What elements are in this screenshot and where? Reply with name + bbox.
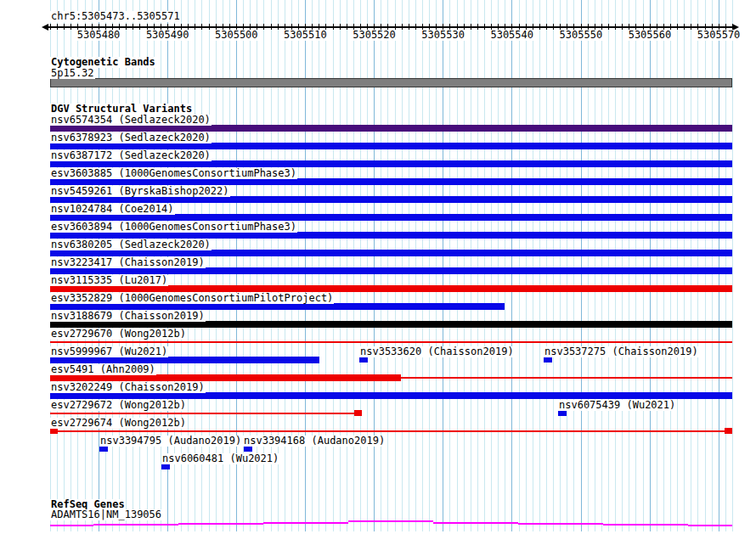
variant-label: esv5491 (Ahn2009) xyxy=(50,364,156,375)
ruler-minor-tick xyxy=(64,24,65,30)
variant-bar[interactable] xyxy=(50,357,319,363)
variant-bar[interactable] xyxy=(50,267,732,274)
variant-label: nsv1024784 (Coe2014) xyxy=(50,204,175,215)
ruler-tick-label: 5305520 xyxy=(352,30,397,41)
gene-intron-segment[interactable] xyxy=(603,524,688,526)
variant-bar[interactable] xyxy=(50,232,732,239)
variant-line[interactable] xyxy=(50,341,732,343)
variant-label: esv3352829 (1000GenomesConsortiumPilotPr… xyxy=(50,293,334,304)
variant-label: nsv3537275 (Chaisson2019) xyxy=(544,346,699,357)
ruler-minor-tick xyxy=(402,24,403,30)
variant-line[interactable] xyxy=(50,413,354,414)
ruler-minor-tick xyxy=(539,24,540,30)
ruler-minor-tick xyxy=(677,24,678,30)
ruler-tick-label: 5305500 xyxy=(214,30,259,41)
variant-box[interactable] xyxy=(725,428,732,434)
ruler-tick-label: 5305570 xyxy=(697,30,742,41)
variant-label: nsv6387172 (Sedlazeck2020) xyxy=(50,150,212,161)
ruler-minor-tick xyxy=(126,24,127,30)
variant-box[interactable] xyxy=(359,357,368,363)
variant-label: nsv3394795 (Audano2019) xyxy=(99,436,242,447)
ruler-minor-tick xyxy=(608,24,609,30)
ruler-tick-label: 5305560 xyxy=(628,30,673,41)
gene-intron-segment[interactable] xyxy=(518,523,603,525)
ruler-minor-tick xyxy=(50,24,51,30)
ruler-tick-label: 5305550 xyxy=(559,30,604,41)
refseq-gene-label: ADAMTS16|NM_139056 xyxy=(50,509,162,520)
ruler-minor-tick xyxy=(546,24,547,30)
cytogenetic-band-bar[interactable] xyxy=(50,78,732,87)
variant-bar[interactable] xyxy=(50,321,732,328)
variant-bar[interactable] xyxy=(50,143,732,149)
variant-label: nsv6075439 (Wu2021) xyxy=(558,400,676,411)
ruler-minor-tick xyxy=(195,24,195,30)
ruler-minor-tick xyxy=(209,24,210,30)
gene-intron-segment[interactable] xyxy=(348,520,433,522)
variant-bar[interactable] xyxy=(50,250,732,256)
variant-bar[interactable] xyxy=(50,125,732,132)
ruler-minor-tick xyxy=(278,24,279,30)
gene-intron-segment[interactable] xyxy=(688,525,732,526)
ruler-minor-tick xyxy=(553,24,554,30)
ruler-tick-label: 5305510 xyxy=(283,30,328,41)
ruler-minor-tick xyxy=(139,24,140,30)
ruler-minor-tick xyxy=(409,24,409,30)
variant-box[interactable] xyxy=(544,357,552,363)
variant-label: nsv3394168 (Audano2019) xyxy=(243,436,386,447)
ruler-minor-tick xyxy=(271,24,272,30)
variant-box[interactable] xyxy=(354,410,362,416)
variant-label: esv2729674 (Wong2012b) xyxy=(50,418,187,429)
variant-box[interactable] xyxy=(99,446,108,452)
ruler-minor-tick xyxy=(133,24,133,30)
ruler-minor-tick xyxy=(477,24,478,30)
variant-label: nsv5459261 (ByrskaBishop2022) xyxy=(50,186,230,197)
variant-box[interactable] xyxy=(50,428,58,434)
variant-bar[interactable] xyxy=(50,374,401,381)
genome-browser-view: chr5:5305473..5305571 530548053054905305… xyxy=(0,0,756,534)
variant-box[interactable] xyxy=(244,446,252,452)
variant-label: nsv3533620 (Chaisson2019) xyxy=(359,346,515,357)
variant-label: nsv3115335 (Lu2017) xyxy=(50,275,168,286)
variant-box[interactable] xyxy=(161,464,170,469)
gene-intron-segment[interactable] xyxy=(263,522,348,524)
variant-label: esv2729670 (Wong2012b) xyxy=(50,329,187,340)
ruler-minor-tick xyxy=(484,24,485,30)
variant-bar[interactable] xyxy=(50,214,732,221)
ruler-tick-label: 5305540 xyxy=(489,30,534,41)
variant-label: esv3603894 (1000GenomesConsortiumPhase3) xyxy=(50,222,297,233)
variant-bar[interactable] xyxy=(50,303,505,310)
ruler-minor-tick xyxy=(340,24,341,30)
variant-label: nsv6060481 (Wu2021) xyxy=(161,453,279,464)
ruler-tick-label: 5305530 xyxy=(420,30,465,41)
variant-bar[interactable] xyxy=(50,196,732,203)
variant-box[interactable] xyxy=(558,410,567,416)
gridline-minor xyxy=(732,0,733,531)
variant-bar[interactable] xyxy=(50,178,732,185)
variant-bar[interactable] xyxy=(50,285,732,292)
variant-bar[interactable] xyxy=(50,392,732,399)
ruler-minor-tick xyxy=(57,24,58,30)
ruler-region-title: chr5:5305473..5305571 xyxy=(50,11,181,22)
gene-intron-segment[interactable] xyxy=(178,523,263,525)
variant-label: nsv3188679 (Chaisson2019) xyxy=(50,311,206,322)
gene-intron-segment[interactable] xyxy=(433,522,518,524)
ruler-left-arrow-icon xyxy=(42,24,48,31)
variant-label: nsv5999967 (Wu2021) xyxy=(50,346,168,357)
variant-line[interactable] xyxy=(401,377,732,379)
variant-label: esv3603885 (1000GenomesConsortiumPhase3) xyxy=(50,168,297,179)
ruler-minor-tick xyxy=(622,24,623,30)
ruler-minor-tick xyxy=(691,24,691,30)
ruler-minor-tick xyxy=(333,24,334,30)
variant-bar[interactable] xyxy=(50,160,732,167)
variant-label: nsv6378923 (Sedlazeck2020) xyxy=(50,132,212,143)
gene-intron-segment[interactable] xyxy=(93,524,178,526)
gene-intron-segment[interactable] xyxy=(50,525,93,526)
variant-label: nsv3223417 (Chaisson2019) xyxy=(50,257,206,268)
ruler-minor-tick xyxy=(615,24,616,30)
variant-line[interactable] xyxy=(58,430,725,432)
ruler-tick-label: 5305490 xyxy=(145,30,190,41)
variant-label: esv2729672 (Wong2012b) xyxy=(50,400,187,411)
ruler-tick-label: 5305480 xyxy=(76,30,121,41)
ruler-minor-tick xyxy=(684,24,685,30)
ruler-minor-tick xyxy=(471,24,471,30)
